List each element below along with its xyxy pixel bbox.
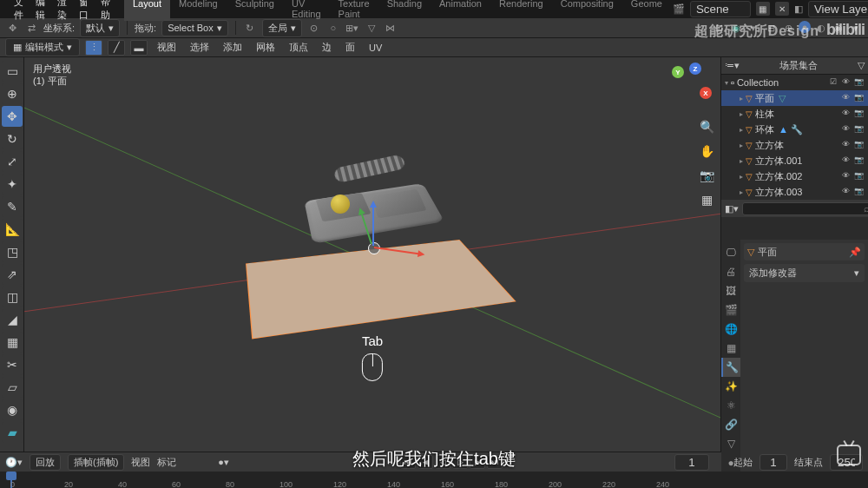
shade-dropdown-icon[interactable]: ▾ xyxy=(849,21,863,35)
tab-modeling[interactable]: Modeling xyxy=(170,0,227,21)
gizmo-z-axis[interactable] xyxy=(372,204,374,246)
overlay-dropdown-icon[interactable]: ▾ xyxy=(746,21,760,35)
props-tab-object[interactable]: ▦ xyxy=(721,339,740,358)
scene-browse-icon[interactable]: ▦ xyxy=(756,2,770,16)
menu-uv[interactable]: UV xyxy=(365,41,386,55)
props-tab-scene[interactable]: 🎬 xyxy=(721,300,740,320)
current-frame-input[interactable] xyxy=(674,454,709,471)
nav-z-icon[interactable]: Z xyxy=(689,63,701,75)
perspective-icon[interactable]: ▦ xyxy=(698,191,715,208)
shade-wire-icon[interactable]: ⊕ xyxy=(781,21,795,35)
tab-animation[interactable]: Animation xyxy=(431,0,490,21)
playback-dropdown[interactable]: 回放 xyxy=(30,454,61,471)
nav-gizmo[interactable]: Z Y X xyxy=(667,63,712,108)
props-tab-modifier[interactable]: 🔧 xyxy=(721,358,740,377)
nav-x-icon[interactable]: X xyxy=(700,87,712,99)
outliner-item[interactable]: ▸▽立方体.002👁📷 xyxy=(721,168,868,184)
pivot-dropdown[interactable]: 全局 ▾ xyxy=(262,19,302,37)
tab-compositing[interactable]: Compositing xyxy=(552,0,622,21)
shade-render-icon[interactable]: ◉ xyxy=(832,21,845,35)
tab-geometry[interactable]: Geome xyxy=(622,0,671,21)
menu-vertex[interactable]: 顶点 xyxy=(285,39,312,56)
object-plane[interactable] xyxy=(246,240,516,339)
filter-icon[interactable]: ▽ xyxy=(858,60,865,71)
outliner-item[interactable]: ▸▽立方体👁📷 xyxy=(721,137,868,153)
timeline-marker[interactable]: 标记 xyxy=(157,456,176,469)
move-tool-icon[interactable]: ⇄ xyxy=(24,21,38,35)
xray-icon[interactable]: ⊟ xyxy=(764,21,778,35)
gizmo-toggle-icon[interactable]: ◉ xyxy=(729,21,743,35)
nav-y-icon[interactable]: Y xyxy=(672,66,684,78)
props-tab-mesh[interactable]: ▽ xyxy=(721,434,740,453)
tool-select-box[interactable]: ▭ xyxy=(2,61,23,82)
tool-annotate[interactable]: ✎ xyxy=(2,196,23,217)
transform-icon[interactable]: ↻ xyxy=(243,21,257,35)
tab-texture-paint[interactable]: Texture Paint xyxy=(330,0,378,21)
menu-edit[interactable]: 编辑 xyxy=(30,0,50,23)
scene-new-icon[interactable]: ✕ xyxy=(775,2,789,16)
menu-view[interactable]: 视图 xyxy=(153,39,181,56)
timeline-editor-icon[interactable]: 🕐▾ xyxy=(5,457,23,468)
autokey-icon[interactable]: ●▾ xyxy=(218,457,229,468)
pin-icon[interactable]: 📌 xyxy=(849,247,861,258)
tool-inset[interactable]: ◫ xyxy=(2,287,23,307)
outliner-item[interactable]: ▸▽柱体👁📷 xyxy=(721,106,868,122)
tool-add-cube[interactable]: ◳ xyxy=(2,241,23,262)
tool-extrude[interactable]: ⇗ xyxy=(2,264,23,285)
tab-uv-editing[interactable]: UV Editing xyxy=(283,0,330,21)
outliner-item[interactable]: ▸▽立方体.003👁📷 xyxy=(721,184,868,200)
tab-shading[interactable]: Shading xyxy=(378,0,431,21)
timeline-view[interactable]: 视图 xyxy=(131,456,150,469)
tab-rendering[interactable]: Rendering xyxy=(490,0,552,21)
props-tab-constraint[interactable]: 🔗 xyxy=(721,415,740,434)
tool-spin[interactable]: ◉ xyxy=(2,399,23,420)
tool-polybuild[interactable]: ▱ xyxy=(2,377,23,398)
tool-cursor[interactable]: ⊕ xyxy=(2,83,23,104)
props-tab-output[interactable]: 🖨 xyxy=(721,262,740,281)
pan-icon[interactable]: ✋ xyxy=(698,142,715,160)
menu-edge[interactable]: 边 xyxy=(318,39,336,56)
scene-name-input[interactable] xyxy=(690,1,751,17)
outliner-editor-icon[interactable]: ≔▾ xyxy=(725,60,740,71)
mirror-icon[interactable]: ▽ xyxy=(365,21,378,35)
viewlayer-input[interactable] xyxy=(808,1,868,17)
cursor-icon[interactable]: ✥ xyxy=(5,21,19,35)
outliner-collection-root[interactable]: ▾▫ Collection ☑👁📷 xyxy=(721,75,868,90)
outliner-display-icon[interactable]: ◧▾ xyxy=(725,203,739,214)
camera-icon[interactable]: 📷 xyxy=(698,167,715,184)
props-tab-particles[interactable]: ✨ xyxy=(721,377,740,396)
outliner-item[interactable]: ▸▽立方体.001👁📷 xyxy=(721,153,868,168)
transform-gizmo[interactable] xyxy=(368,242,380,254)
timeline-ruler[interactable]: 020406080100120140160180200220240 xyxy=(0,472,868,488)
tool-scale[interactable]: ⤢ xyxy=(2,151,23,172)
outliner-search-input[interactable] xyxy=(742,202,868,215)
snap-icon[interactable]: ⊙ xyxy=(307,21,321,35)
menu-mesh[interactable]: 网格 xyxy=(252,39,279,56)
automerge-icon[interactable]: ⋈ xyxy=(384,21,398,35)
proportional-icon[interactable]: ○ xyxy=(326,21,340,35)
zoom-icon[interactable]: 🔍 xyxy=(698,118,715,135)
mode-dropdown[interactable]: ▦ 编辑模式 ▾ xyxy=(5,38,80,56)
props-tab-physics[interactable]: ⚛ xyxy=(721,396,740,415)
keying-dropdown[interactable]: 插帧(插帧) xyxy=(68,454,124,471)
menu-render[interactable]: 渲染 xyxy=(52,0,72,23)
tool-measure[interactable]: 📐 xyxy=(2,219,23,240)
tool-rotate[interactable]: ↻ xyxy=(2,129,23,149)
menu-file[interactable]: 文件 xyxy=(9,0,29,23)
face-select-icon[interactable]: ▬ xyxy=(130,40,148,56)
props-tab-render[interactable]: 🖵 xyxy=(721,243,740,262)
tab-layout[interactable]: Layout xyxy=(124,0,170,21)
overlay-toggle-icon[interactable]: ⊡ xyxy=(712,21,726,35)
outliner-item[interactable]: ▸▽平面▽👁📷 xyxy=(721,90,868,106)
vertex-select-icon[interactable]: ⋮ xyxy=(85,40,102,56)
edge-select-icon[interactable]: ╱ xyxy=(108,40,125,56)
tool-move[interactable]: ✥ xyxy=(2,106,23,127)
menu-select[interactable]: 选择 xyxy=(186,39,214,56)
orientation-dropdown[interactable]: 默认 ▾ xyxy=(80,19,120,37)
start-frame-input[interactable] xyxy=(760,454,787,471)
menu-face[interactable]: 面 xyxy=(341,39,359,56)
3d-viewport[interactable]: 用户透视 (1) 平面 Tab xyxy=(24,57,720,452)
drag-dropdown[interactable]: Select Box ▾ xyxy=(161,20,228,36)
shade-matcap-icon[interactable]: ◐ xyxy=(814,21,828,35)
tool-knife[interactable]: ✂ xyxy=(2,354,23,375)
